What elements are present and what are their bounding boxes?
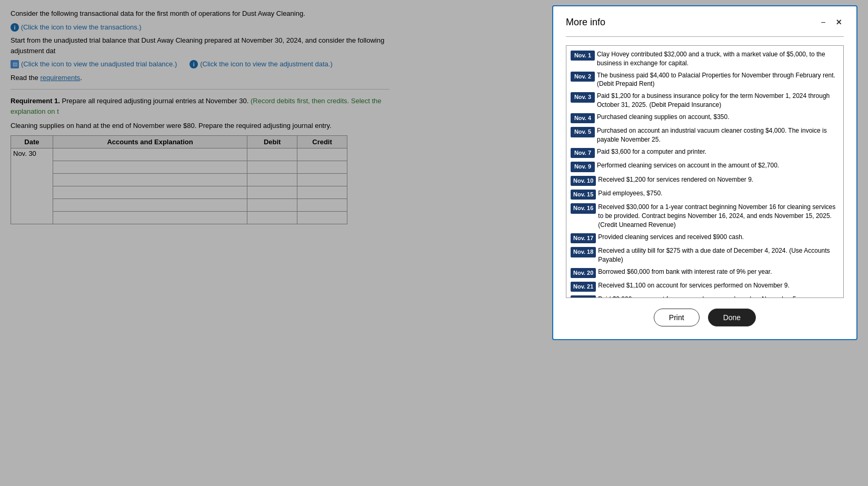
transaction-date-badge: Nov. 1 <box>571 51 595 61</box>
print-button[interactable]: Print <box>654 309 700 326</box>
transaction-text: Paid employees, $750. <box>598 189 839 198</box>
minimize-button[interactable]: − <box>819 18 827 27</box>
transaction-text: Purchased on account an industrial vacuu… <box>597 126 839 144</box>
close-button[interactable]: × <box>834 17 844 28</box>
transaction-date-badge: Nov. 9 <box>571 162 595 172</box>
transaction-row: Nov. 25Paid $2,000 on account for vacuum… <box>571 295 839 298</box>
transaction-text: Received $1,100 on account for services … <box>598 281 839 290</box>
transaction-date-badge: Nov. 18 <box>571 247 596 257</box>
transaction-text: Paid $2,000 on account for vacuum cleane… <box>598 295 839 298</box>
transaction-row: Nov. 2The business paid $4,400 to Palaci… <box>571 71 839 89</box>
transaction-row: Nov. 3Paid $1,200 for a business insuran… <box>571 92 839 110</box>
transaction-text: Received $30,000 for a 1-year contract b… <box>598 203 839 229</box>
transaction-text: Paid $3,600 for a computer and printer. <box>597 147 839 156</box>
transaction-date-badge: Nov. 4 <box>571 113 595 123</box>
transaction-text: Received a utility bill for $275 with a … <box>598 246 839 264</box>
transaction-row: Nov. 9Performed cleaning services on acc… <box>571 161 839 172</box>
modal-title: More info <box>566 17 605 28</box>
transaction-row: Nov. 17Provided cleaning services and re… <box>571 233 839 243</box>
transactions-list: Nov. 1Clay Hovey contributed $32,000 and… <box>566 45 844 298</box>
transaction-date-badge: Nov. 10 <box>571 176 596 186</box>
transaction-row: Nov. 18Received a utility bill for $275 … <box>571 246 839 264</box>
transaction-row: Nov. 16Received $30,000 for a 1-year con… <box>571 203 839 229</box>
transaction-row: Nov. 21Received $1,100 on account for se… <box>571 281 839 292</box>
transaction-date-badge: Nov. 15 <box>571 190 596 200</box>
transaction-date-badge: Nov. 2 <box>571 72 595 82</box>
transaction-text: Paid $1,200 for a business insurance pol… <box>597 92 839 110</box>
transaction-text: Provided cleaning services and received … <box>598 233 839 242</box>
transaction-date-badge: Nov. 20 <box>571 268 596 278</box>
transaction-date-badge: Nov. 25 <box>571 295 596 298</box>
transaction-text: The business paid $4,400 to Palacial Pro… <box>597 71 839 89</box>
modal-overlay: More info − × Nov. 1Clay Hovey contribut… <box>0 0 868 486</box>
transaction-date-badge: Nov. 5 <box>571 127 595 137</box>
transaction-text: Performed cleaning services on account i… <box>597 161 839 170</box>
modal-separator <box>566 36 844 37</box>
transaction-text: Borrowed $60,000 from bank with interest… <box>598 267 839 276</box>
transaction-date-badge: Nov. 3 <box>571 92 595 102</box>
transaction-row: Nov. 1Clay Hovey contributed $32,000 and… <box>571 50 839 68</box>
more-info-modal: More info − × Nov. 1Clay Hovey contribut… <box>552 5 857 340</box>
transaction-row: Nov. 20Borrowed $60,000 from bank with i… <box>571 267 839 278</box>
modal-header: More info − × <box>566 17 844 28</box>
transaction-text: Purchased cleaning supplies on account, … <box>597 113 839 122</box>
transaction-date-badge: Nov. 16 <box>571 203 596 213</box>
transaction-date-badge: Nov. 21 <box>571 282 596 292</box>
transaction-text: Received $1,200 for services rendered on… <box>598 175 839 184</box>
modal-controls: − × <box>819 17 844 28</box>
transaction-row: Nov. 5Purchased on account an industrial… <box>571 126 839 144</box>
transaction-row: Nov. 7Paid $3,600 for a computer and pri… <box>571 147 839 158</box>
transaction-row: Nov. 15Paid employees, $750. <box>571 189 839 200</box>
transaction-row: Nov. 4Purchased cleaning supplies on acc… <box>571 113 839 123</box>
done-button[interactable]: Done <box>708 309 756 326</box>
transaction-date-badge: Nov. 7 <box>571 148 595 158</box>
transaction-row: Nov. 10Received $1,200 for services rend… <box>571 175 839 186</box>
modal-footer: Print Done <box>566 309 844 326</box>
transaction-date-badge: Nov. 17 <box>571 233 596 243</box>
transaction-text: Clay Hovey contributed $32,000 and a tru… <box>597 50 839 68</box>
page-background: Consider the following transactional dat… <box>0 0 868 486</box>
